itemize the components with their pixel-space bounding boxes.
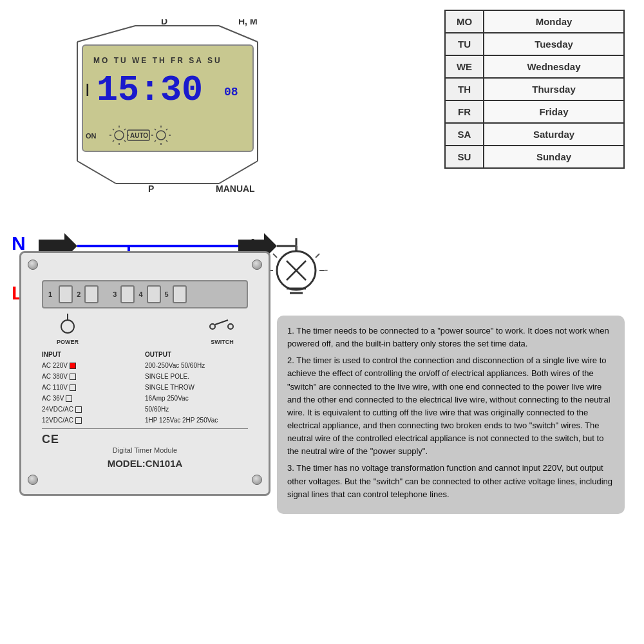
day-code: FR	[445, 100, 484, 123]
ac36-spec: AC 36V	[42, 393, 145, 404]
output-spec6: 1HP 125Vac 2HP 250Vac	[145, 415, 248, 426]
ac110-spec: AC 110V	[42, 382, 145, 393]
output-spec4: 16Amp 250Vac	[145, 393, 248, 404]
ac380-spec: AC 380V	[42, 371, 145, 382]
terminal-3	[120, 285, 135, 303]
switch-label: SWITCH	[206, 339, 238, 345]
day-name: Saturday	[484, 123, 624, 146]
terminal-5	[173, 285, 187, 303]
day-name: Thursday	[484, 78, 624, 100]
input-specs: INPUT AC 220V AC 380V AC 110V AC 36V 24V…	[42, 349, 145, 426]
svg-line-0	[77, 26, 135, 42]
table-row: MO Monday	[445, 10, 624, 33]
day-code: WE	[445, 55, 484, 78]
day-table-section: MO Monday TU Tuesday WE Wednesday TH Thu…	[444, 10, 625, 169]
module-divider	[42, 428, 248, 429]
screw-bl	[28, 475, 38, 488]
terminal-1	[59, 285, 73, 303]
svg-line-3	[77, 161, 116, 184]
day-name: Sunday	[484, 146, 624, 168]
info-text-3: 3. The timer has no voltage transformati…	[287, 462, 614, 500]
svg-text:AUTO: AUTO	[130, 132, 148, 139]
output-specs: OUTPUT 200-250Vac 50/60Hz SINGLE POLE. S…	[145, 349, 248, 426]
output-spec5: 50/60Hz	[145, 404, 248, 415]
svg-text:-: -	[325, 264, 328, 275]
svg-line-5	[219, 161, 258, 184]
svg-line-58	[273, 254, 277, 258]
switch-section: SWITCH	[206, 314, 238, 345]
svg-text:ON: ON	[86, 132, 97, 140]
power-section: POWER	[52, 314, 84, 345]
terminal-2	[84, 285, 99, 303]
info-box: 1. The timer needs to be connected to a …	[277, 316, 625, 514]
info-text-2: 2. The timer is used to control the conn…	[287, 354, 614, 458]
output-spec3: SINGLE THROW	[145, 382, 248, 393]
input-label: INPUT	[42, 349, 145, 360]
screw-tr	[252, 260, 262, 272]
lcd-enclosure-svg: D H, M P MANUAL MO TU WE TH FR SA SU | 1…	[26, 19, 283, 193]
power-label: POWER	[52, 339, 84, 345]
table-row: TU Tuesday	[445, 33, 624, 55]
output-spec2: SINGLE POLE.	[145, 371, 248, 382]
svg-text:P: P	[148, 184, 154, 193]
table-row: SU Sunday	[445, 146, 624, 168]
module-name: Digital Timer Module	[42, 446, 248, 454]
svg-text:D: D	[161, 19, 167, 26]
module-icons-row: POWER SWITCH	[29, 314, 261, 345]
svg-point-65	[61, 320, 74, 333]
terminal-num-4: 4	[138, 290, 142, 298]
day-name: Monday	[484, 10, 624, 33]
day-name: Friday	[484, 100, 624, 123]
info-text-1: 1. The timer needs to be connected to a …	[287, 325, 614, 350]
ce-mark: CE	[42, 433, 248, 446]
dc12-spec: 12VDC/AC	[42, 415, 145, 426]
svg-line-69	[215, 320, 228, 325]
output-label: OUTPUT	[145, 349, 248, 360]
switch-icon	[206, 314, 238, 336]
svg-text:08: 08	[224, 86, 238, 99]
table-row: WE Wednesday	[445, 55, 624, 78]
module-footer: CE Digital Timer Module	[29, 431, 261, 455]
table-row: FR Friday	[445, 100, 624, 123]
svg-text:MO TU WE TH FR SA SU: MO TU WE TH FR SA SU	[93, 56, 222, 65]
output-spec1: 200-250Vac 50/60Hz	[145, 360, 248, 371]
day-code: TH	[445, 78, 484, 100]
screw-br	[252, 475, 262, 488]
power-icon	[52, 314, 84, 336]
lcd-section: D H, M P MANUAL MO TU WE TH FR SA SU | 1…	[26, 19, 296, 187]
table-row: TH Thursday	[445, 78, 624, 100]
terminal-block-top: 1 2 3 4 5	[42, 280, 248, 308]
dc24-spec: 24VDC/AC	[42, 404, 145, 415]
terminal-num-3: 3	[113, 290, 117, 298]
model-number: MODEL:CN101A	[29, 458, 261, 469]
day-name: Wednesday	[484, 55, 624, 78]
module-specs: INPUT AC 220V AC 380V AC 110V AC 36V 24V…	[29, 349, 261, 426]
svg-text:H, M: H, M	[238, 19, 258, 26]
ac220-spec: AC 220V	[42, 360, 145, 371]
svg-point-68	[210, 324, 215, 329]
terminal-num-5: 5	[165, 290, 169, 298]
terminal-num-2: 2	[77, 290, 80, 298]
day-code: SA	[445, 123, 484, 146]
svg-line-60	[316, 254, 319, 258]
svg-text:MANUAL: MANUAL	[216, 184, 255, 193]
svg-line-2	[219, 26, 258, 42]
terminal-num-1: 1	[48, 290, 52, 298]
svg-text:-: -	[251, 233, 254, 244]
day-table: MO Monday TU Tuesday WE Wednesday TH Thu…	[444, 10, 625, 169]
day-code: TU	[445, 33, 484, 55]
svg-text:|: |	[86, 82, 90, 96]
day-code: SU	[445, 146, 484, 168]
screw-tl	[28, 260, 38, 272]
day-name: Tuesday	[484, 33, 624, 55]
table-row: SA Saturday	[445, 123, 624, 146]
terminal-4	[147, 285, 161, 303]
svg-text:15:30: 15:30	[97, 70, 203, 111]
day-code: MO	[445, 10, 484, 33]
timer-module: 1 2 3 4 5 POWER SWITCH	[19, 251, 270, 496]
svg-point-70	[228, 324, 233, 329]
